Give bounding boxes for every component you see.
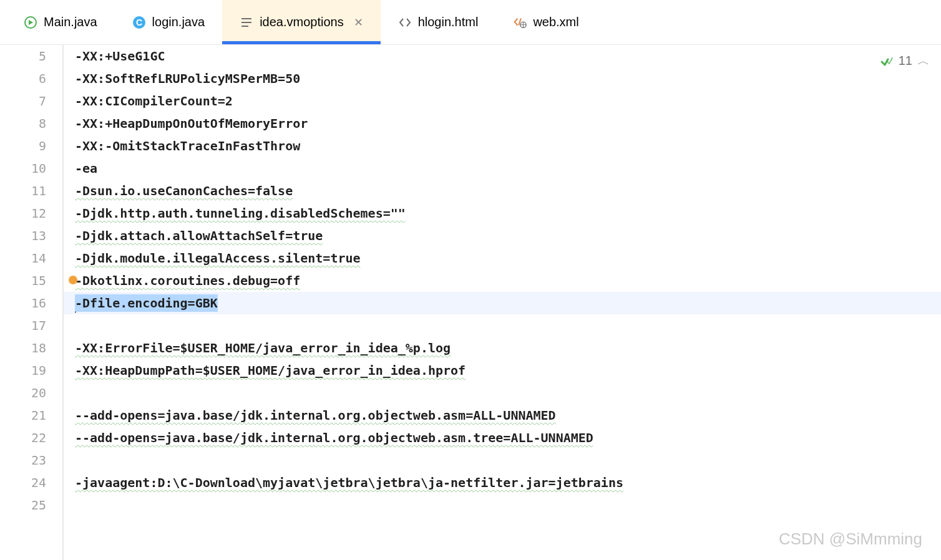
line-number[interactable]: 9 — [0, 135, 46, 157]
line-number[interactable]: 13 — [0, 224, 46, 247]
editor-wrap: 5678910111213141516171819202122232425 -X… — [0, 45, 941, 560]
tab-login-java[interactable]: C login.java — [115, 0, 223, 44]
tab-hlogin-html[interactable]: hlogin.html — [381, 0, 496, 44]
line-number[interactable]: 17 — [0, 314, 46, 337]
code-line[interactable] — [75, 314, 941, 337]
code-line[interactable]: -XX:CICompilerCount=2 — [75, 90, 941, 112]
class-icon: C — [132, 16, 146, 29]
code-line[interactable] — [75, 382, 941, 404]
code-line[interactable]: -Dsun.io.useCanonCaches=false — [75, 180, 941, 202]
inspection-ok-icon — [880, 54, 894, 68]
code-line[interactable]: -Dfile.encoding=GBK — [64, 292, 941, 314]
code-line[interactable]: -Dkotlinx.coroutines.debug=off — [75, 269, 941, 292]
line-number[interactable]: 7 — [0, 90, 46, 112]
tab-main-java[interactable]: Main.java — [6, 0, 115, 44]
tab-idea-vmoptions[interactable]: idea.vmoptions ✕ — [222, 0, 381, 44]
code-line[interactable]: -XX:SoftRefLRUPolicyMSPerMB=50 — [75, 67, 941, 90]
intention-bulb-icon[interactable] — [69, 276, 77, 284]
code-line[interactable] — [75, 449, 941, 471]
xml-icon — [513, 16, 527, 29]
code-line[interactable]: -Djdk.http.auth.tunneling.disabledScheme… — [75, 202, 941, 224]
inspection-widget[interactable]: 11 ︿ — [880, 52, 930, 69]
line-number[interactable]: 12 — [0, 202, 46, 224]
tab-label: web.xml — [533, 15, 578, 29]
tab-label: hlogin.html — [418, 15, 479, 29]
line-number[interactable]: 5 — [0, 45, 46, 67]
code-line[interactable]: --add-opens=java.base/jdk.internal.org.o… — [75, 404, 941, 427]
code-line[interactable]: -XX:+HeapDumpOnOutOfMemoryError — [75, 112, 941, 135]
code-line[interactable]: -Djdk.attach.allowAttachSelf=true — [75, 224, 941, 247]
chevron-up-icon[interactable]: ︿ — [917, 52, 930, 69]
line-number[interactable]: 8 — [0, 112, 46, 135]
line-number[interactable]: 20 — [0, 382, 46, 404]
tab-label: idea.vmoptions — [260, 15, 344, 29]
line-number[interactable]: 19 — [0, 359, 46, 382]
svg-text:C: C — [136, 17, 142, 27]
code-line[interactable] — [75, 494, 941, 516]
code-line[interactable]: -ea — [75, 157, 941, 180]
line-number[interactable]: 15 — [0, 269, 46, 292]
line-number[interactable]: 16 — [0, 292, 46, 314]
code-line[interactable]: -XX:+UseG1GC — [75, 45, 941, 67]
tab-label: login.java — [152, 15, 205, 29]
gutter[interactable]: 5678910111213141516171819202122232425 — [0, 45, 62, 560]
inspection-count: 11 — [899, 54, 912, 68]
tab-web-xml[interactable]: web.xml — [495, 0, 596, 44]
close-icon[interactable]: ✕ — [354, 16, 363, 29]
line-number[interactable]: 6 — [0, 67, 46, 90]
line-number[interactable]: 18 — [0, 337, 46, 359]
editor-area[interactable]: -XX:+UseG1GC-XX:SoftRefLRUPolicyMSPerMB=… — [62, 45, 941, 560]
text-file-icon — [240, 16, 253, 29]
line-number[interactable]: 10 — [0, 157, 46, 180]
line-number[interactable]: 21 — [0, 404, 46, 427]
line-number[interactable]: 22 — [0, 427, 46, 449]
tabs-bar: Main.java C login.java idea.vmoptions ✕ … — [0, 0, 941, 45]
run-config-icon — [24, 16, 37, 29]
code-line[interactable]: -javaagent:D:\C-Download\myjavat\jetbra\… — [75, 471, 941, 494]
line-number[interactable]: 11 — [0, 180, 46, 202]
tab-label: Main.java — [44, 15, 97, 29]
html-icon — [398, 16, 412, 29]
code-line[interactable]: -XX:ErrorFile=$USER_HOME/java_error_in_i… — [75, 337, 941, 359]
line-number[interactable]: 25 — [0, 494, 46, 516]
watermark: CSDN @SiMmming — [779, 529, 922, 549]
code-line[interactable]: -XX:-OmitStackTraceInFastThrow — [75, 135, 941, 157]
line-number[interactable]: 14 — [0, 247, 46, 269]
line-number[interactable]: 24 — [0, 471, 46, 494]
code-line[interactable]: --add-opens=java.base/jdk.internal.org.o… — [75, 427, 941, 449]
line-number[interactable]: 23 — [0, 449, 46, 471]
code-line[interactable]: -XX:HeapDumpPath=$USER_HOME/java_error_i… — [75, 359, 941, 382]
code-line[interactable]: -Djdk.module.illegalAccess.silent=true — [75, 247, 941, 269]
